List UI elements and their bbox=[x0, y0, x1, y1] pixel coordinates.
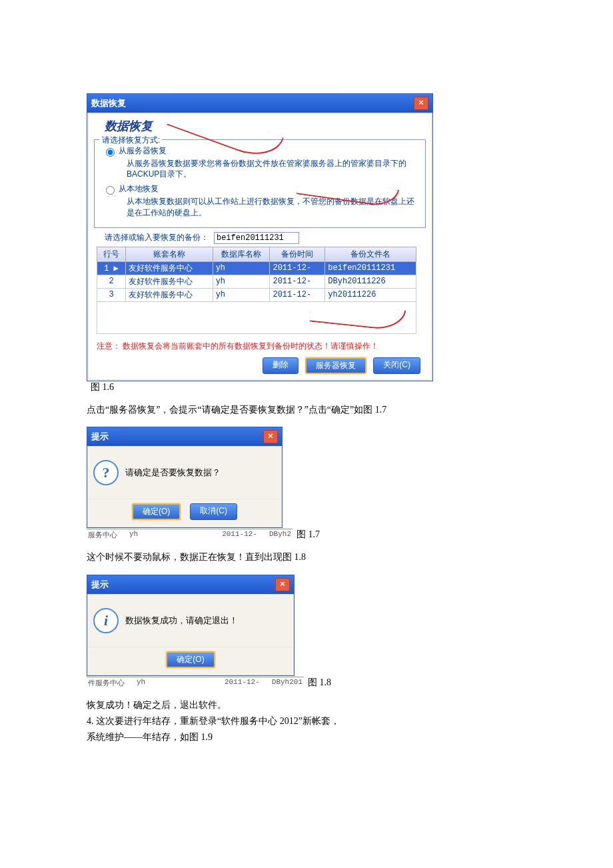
table-row[interactable]: 3 友好软件服务中心 yh 2011-12- yh20111226 bbox=[97, 288, 416, 301]
backup-select-label: 请选择或输入要恢复的备份： bbox=[105, 232, 209, 243]
close-icon[interactable]: × bbox=[275, 578, 290, 591]
figure-1-8: 提示 × i 数据恢复成功，请确定退出！ 确定(O) 件服务中心 yh 2011… bbox=[87, 575, 526, 689]
paragraph: 4. 这次要进行年结存，重新登录“软件服务中心 2012”新帐套， bbox=[87, 714, 526, 729]
radio-local-input[interactable] bbox=[106, 186, 115, 195]
prompt-message: 数据恢复成功，请确定退出！ bbox=[125, 615, 238, 627]
background-table-fragment: 件服务中心 yh 2011-12- DByh201 bbox=[87, 677, 304, 689]
ok-button[interactable]: 确定(O) bbox=[132, 503, 181, 520]
table-empty-area bbox=[97, 302, 416, 334]
backup-name-input[interactable] bbox=[214, 232, 299, 244]
figure-caption: 图 1.7 bbox=[297, 529, 320, 541]
titlebar: 数据恢复 × bbox=[87, 94, 432, 113]
col-db: 数据库名称 bbox=[213, 247, 270, 261]
backup-select-row: 请选择或输入要恢复的备份： bbox=[105, 232, 427, 244]
prompt-message: 请确定是否要恢复数据？ bbox=[125, 467, 221, 479]
radio-local-label: 从本地恢复 bbox=[119, 184, 159, 193]
background-table-fragment: 服务中心 yh 2011-12- DByh2 bbox=[87, 529, 293, 541]
info-icon: i bbox=[93, 608, 119, 633]
titlebar-text: 提示 bbox=[91, 579, 109, 591]
figure-1-6: 数据恢复 × 数据恢复 请选择恢复方式: 从服务器恢复 从服务器恢复数据要求您将… bbox=[87, 93, 526, 393]
restore-method-group: 请选择恢复方式: 从服务器恢复 从服务器恢复数据要求您将备份数据文件放在管家婆服… bbox=[94, 139, 426, 228]
col-file: 备份文件名 bbox=[325, 247, 416, 261]
paragraph: 这个时候不要动鼠标，数据正在恢复！直到出现图 1.8 bbox=[87, 550, 526, 565]
data-restore-dialog: 数据恢复 × 数据恢复 请选择恢复方式: 从服务器恢复 从服务器恢复数据要求您将… bbox=[87, 93, 433, 381]
question-icon: ? bbox=[93, 460, 119, 485]
table-row[interactable]: 2 友好软件服务中心 yh 2011-12- DByh20111226 bbox=[97, 275, 416, 288]
server-restore-desc: 从服务器恢复数据要求您将备份数据文件放在管家婆服务器上的管家婆目录下的BACKU… bbox=[127, 158, 420, 179]
titlebar-text: 数据恢复 bbox=[91, 97, 126, 109]
close-button[interactable]: 关闭(C) bbox=[373, 357, 420, 374]
cancel-button[interactable]: 取消(C) bbox=[190, 503, 237, 520]
col-acct: 账套名称 bbox=[126, 247, 213, 261]
titlebar: 提示 × bbox=[87, 427, 282, 446]
paragraph: 恢复成功！确定之后，退出软件。 bbox=[87, 698, 526, 713]
group-legend: 请选择恢复方式: bbox=[100, 135, 162, 146]
figure-caption: 图 1.8 bbox=[308, 677, 331, 689]
radio-server-input[interactable] bbox=[106, 148, 115, 157]
paragraph: 系统维护——年结存，如图 1.9 bbox=[87, 730, 526, 745]
figure-1-7: 提示 × ? 请确定是否要恢复数据？ 确定(O) 取消(C) 服务中心 yh 2… bbox=[87, 427, 526, 541]
local-restore-desc: 从本地恢复数据则可以从工作站上进行数据恢复，不管您的备份数据是在软盘上还是在工作… bbox=[127, 196, 420, 217]
server-restore-button[interactable]: 服务器恢复 bbox=[305, 357, 366, 374]
col-time: 备份时间 bbox=[270, 247, 325, 261]
radio-server-label: 从服务器恢复 bbox=[119, 146, 167, 155]
figure-caption: 图 1.6 bbox=[91, 381, 114, 393]
ok-button[interactable]: 确定(O) bbox=[166, 651, 215, 668]
radio-local-restore[interactable]: 从本地恢复 bbox=[103, 183, 420, 195]
close-icon[interactable]: × bbox=[263, 430, 278, 443]
table-row[interactable]: 1 ▶ 友好软件服务中心 yh 2011-12- beifen20111231 bbox=[97, 261, 416, 275]
titlebar: 提示 × bbox=[87, 575, 294, 594]
delete-button[interactable]: 删除 bbox=[263, 357, 299, 374]
backup-table: 行号 账套名称 数据库名称 备份时间 备份文件名 1 ▶ 友好软件服务中心 yh… bbox=[97, 247, 416, 302]
col-rownum: 行号 bbox=[97, 247, 126, 261]
radio-server-restore[interactable]: 从服务器恢复 bbox=[103, 145, 420, 157]
confirm-dialog: 提示 × ? 请确定是否要恢复数据？ 确定(O) 取消(C) bbox=[87, 427, 283, 528]
paragraph: 点击“服务器恢复”，会提示“请确定是否要恢复数据？”点击“确定”如图 1.7 bbox=[87, 403, 526, 417]
titlebar-text: 提示 bbox=[91, 431, 109, 443]
close-icon[interactable]: × bbox=[414, 97, 428, 110]
warning-text: 注意： 数据恢复会将当前账套中的所有数据恢复到备份时的状态！请谨慎操作！ bbox=[97, 341, 423, 352]
table-header: 行号 账套名称 数据库名称 备份时间 备份文件名 bbox=[97, 247, 416, 261]
button-row: 删除 服务器恢复 关闭(C) bbox=[93, 357, 427, 375]
success-dialog: 提示 × i 数据恢复成功，请确定退出！ 确定(O) bbox=[87, 575, 295, 676]
